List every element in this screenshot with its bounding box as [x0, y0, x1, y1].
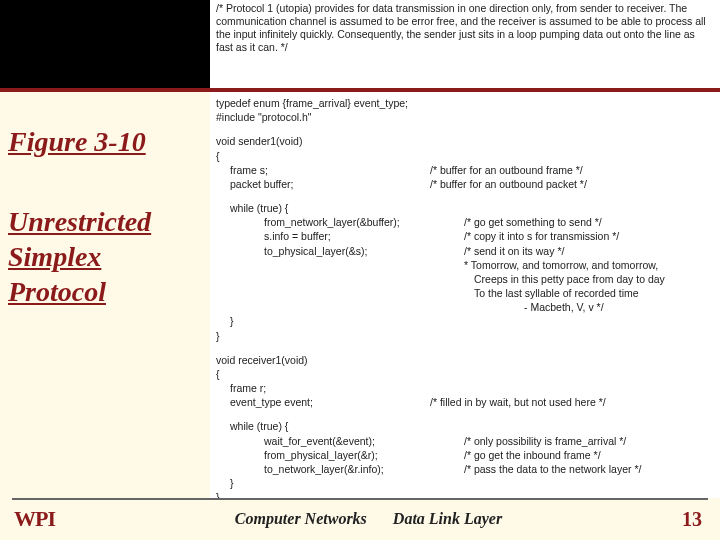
code-empty: [264, 272, 464, 286]
blank-line: [216, 191, 714, 201]
brace-close-inner-2: }: [216, 476, 714, 490]
footer-divider: [12, 498, 708, 500]
code-empty: [264, 258, 464, 272]
figure-title: Unrestricted Simplex Protocol: [8, 204, 200, 309]
main-area: Figure 3-10 Unrestricted Simplex Protoco…: [0, 92, 720, 498]
comment-wait-event: /* only possibility is frame_arrival */: [464, 434, 626, 448]
code-sinfo: s.info = buffer;: [264, 229, 464, 243]
comment-to-nl: /* pass the data to the network layer */: [464, 462, 641, 476]
code-event-decl: event_type event;: [230, 395, 430, 409]
code-empty: [264, 300, 464, 314]
code-brace: {: [216, 149, 714, 163]
macbeth-1: * Tomorrow, and tomorrow, and tomorrow,: [464, 258, 658, 272]
code-while-2: while (true) {: [216, 419, 714, 433]
footer-topic: Data Link Layer: [393, 510, 502, 527]
code-wait-event: wait_for_event(&event);: [264, 434, 464, 448]
blank-line: [216, 409, 714, 419]
code-frame-s: frame s;: [230, 163, 430, 177]
comment-frame-s: /* buffer for an outbound frame */: [430, 163, 583, 177]
footer-course: Computer Networks: [235, 510, 367, 527]
comment-to-phys: /* send it on its way */: [464, 244, 564, 258]
code-empty: [264, 286, 464, 300]
protocol-header-comment: /* Protocol 1 (utopia) provides for data…: [210, 0, 720, 88]
brace-close-inner: }: [216, 314, 714, 328]
code-include: #include "protocol.h": [216, 110, 714, 124]
comment-event-decl: /* filled in by wait, but not used here …: [430, 395, 606, 409]
code-listing: typedef enum {frame_arrival} event_type;…: [210, 92, 720, 498]
brace-close: }: [216, 329, 714, 343]
blank-line: [216, 343, 714, 353]
left-column: Figure 3-10 Unrestricted Simplex Protoco…: [0, 92, 210, 498]
comment-sinfo: /* copy it into s for transmission */: [464, 229, 619, 243]
code-frame-r: frame r;: [216, 381, 714, 395]
footer: WPI Computer Networks Data Link Layer 13: [0, 498, 720, 540]
page-number: 13: [682, 508, 702, 531]
code-to-nl: to_network_layer(&r.info);: [264, 462, 464, 476]
code-from-nl: from_network_layer(&buffer);: [264, 215, 464, 229]
macbeth-4: - Macbeth, V, v */: [464, 300, 604, 314]
wpi-logo: WPI: [14, 506, 55, 532]
header-bar: /* Protocol 1 (utopia) provides for data…: [0, 0, 720, 88]
comment-packet-buffer: /* buffer for an outbound packet */: [430, 177, 587, 191]
code-packet-buffer: packet buffer;: [230, 177, 430, 191]
code-sender-sig: void sender1(void): [216, 134, 714, 148]
code-from-phys: from_physical_layer(&r);: [264, 448, 464, 462]
figure-label: Figure 3-10: [8, 124, 200, 160]
comment-from-nl: /* go get something to send */: [464, 215, 602, 229]
code-to-phys: to_physical_layer(&s);: [264, 244, 464, 258]
blank-line: [216, 124, 714, 134]
header-left-black: [0, 0, 210, 88]
footer-center: Computer Networks Data Link Layer: [55, 510, 682, 528]
comment-from-phys: /* go get the inbound frame */: [464, 448, 601, 462]
code-brace: {: [216, 367, 714, 381]
macbeth-3: To the last syllable of recorded time: [464, 286, 639, 300]
macbeth-2: Creeps in this petty pace from day to da…: [464, 272, 665, 286]
code-receiver-sig: void receiver1(void): [216, 353, 714, 367]
code-while: while (true) {: [216, 201, 714, 215]
code-typedef: typedef enum {frame_arrival} event_type;: [216, 96, 714, 110]
